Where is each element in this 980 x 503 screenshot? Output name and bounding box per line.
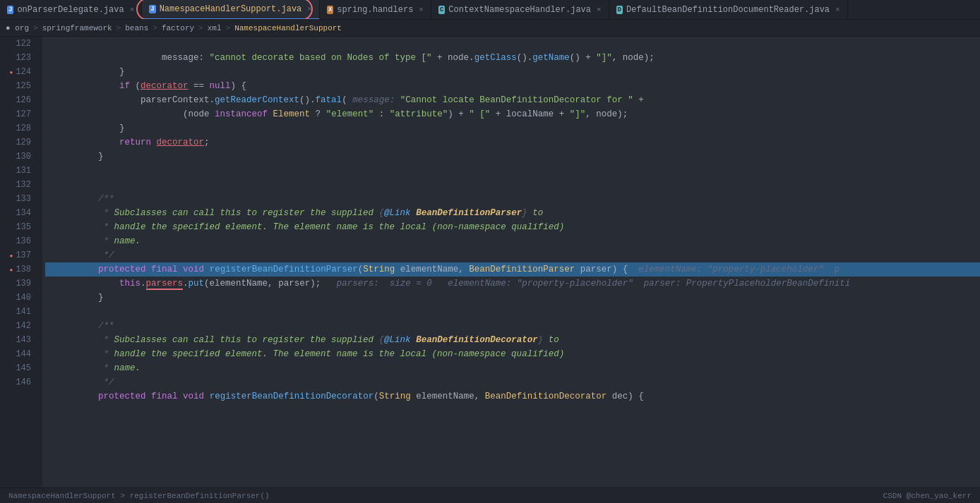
line-144: 144	[0, 347, 37, 361]
breadcrumb-factory[interactable]: factory	[162, 24, 194, 32]
breadcrumb-beans[interactable]: beans	[125, 24, 148, 32]
java-icon: J	[149, 5, 155, 13]
close-icon[interactable]: ×	[130, 6, 135, 14]
sep: >	[198, 24, 203, 32]
tab-label: onParserDelegate.java	[17, 5, 124, 15]
tab-label: ContextNamespaceHandler.java	[448, 5, 591, 15]
code-line-132: /**	[45, 178, 980, 192]
tab-defaultbeandefinition[interactable]: D DefaultBeanDefinitionDocumentReader.ja…	[609, 0, 848, 20]
line-124: 124	[0, 65, 37, 79]
code-line-124: if (decorator == null) {	[45, 65, 980, 79]
tab-label: NamespaceHandlerSupport.java	[160, 4, 302, 14]
line-127: 127	[0, 107, 37, 121]
status-breadcrumb: NamespaceHandlerSupport > registerBeanDe…	[8, 492, 270, 500]
tab-label: DefaultBeanDefinitionDocumentReader.java	[626, 5, 830, 15]
breadcrumb-namespacehandlersupport[interactable]: NamespaceHandlerSupport	[234, 24, 342, 32]
line-122: 122	[0, 37, 37, 51]
line-128: 128	[0, 121, 37, 135]
line-123: 123	[0, 51, 37, 65]
code-editor[interactable]: message: "cannot decorate based on Nodes…	[42, 37, 980, 487]
close-icon[interactable]: ×	[597, 6, 602, 14]
code-line-137: protected final void registerBeanDefinit…	[45, 248, 980, 262]
line-130: 130	[0, 150, 37, 164]
line-gutter: 122 123 124 125 126 127 128 129 130 131 …	[0, 37, 42, 487]
java-icon: J	[7, 6, 13, 14]
line-145: 145	[0, 361, 37, 375]
sep: >	[116, 24, 121, 32]
close-icon[interactable]: ×	[419, 6, 424, 14]
code-line-145: */	[45, 361, 980, 375]
status-left: NamespaceHandlerSupport > registerBeanDe…	[8, 492, 270, 500]
tab-namespacehandlersupport[interactable]: J NamespaceHandlerSupport.java ×	[142, 0, 320, 20]
line-142: 142	[0, 319, 37, 333]
line-138: 138	[0, 262, 37, 277]
line-131: 131	[0, 164, 37, 178]
sep: >	[226, 24, 231, 32]
code-line-136: */	[45, 234, 980, 248]
line-135: 135	[0, 220, 37, 234]
code-line-122: message: "cannot decorate based on Nodes…	[45, 37, 980, 51]
line-139: 139	[0, 277, 37, 291]
code-line-130	[45, 150, 980, 164]
line-146: 146	[0, 375, 37, 389]
breadcrumb-xml[interactable]: xml	[208, 24, 222, 32]
line-125: 125	[0, 79, 37, 93]
breadcrumb-org[interactable]: ● org	[6, 24, 29, 32]
code-line-133: * Subclasses can call this to register t…	[45, 192, 980, 206]
java-icon: D	[616, 6, 623, 14]
code-line-142: * Subclasses can call this to register t…	[45, 319, 980, 333]
code-line-140	[45, 291, 980, 305]
line-126: 126	[0, 93, 37, 107]
line-143: 143	[0, 333, 37, 347]
code-line-141: /**	[45, 305, 980, 319]
status-bar: NamespaceHandlerSupport > registerBeanDe…	[0, 487, 980, 503]
tab-contextnamespacehandler[interactable]: C ContextNamespaceHandler.java ×	[431, 0, 609, 20]
java-icon: C	[438, 6, 445, 14]
line-129: 129	[0, 135, 37, 150]
line-134: 134	[0, 206, 37, 220]
line-141: 141	[0, 305, 37, 319]
sep: >	[33, 24, 38, 32]
code-line-128: return decorator;	[45, 121, 980, 135]
breadcrumb-nav: ● org > springframework > beans > factor…	[0, 20, 980, 37]
code-line-131	[45, 164, 980, 178]
tab-springhandlers[interactable]: X spring.handlers ×	[320, 0, 431, 20]
close-icon[interactable]: ×	[307, 5, 312, 13]
line-136: 136	[0, 234, 37, 248]
status-right: CSDN @chen_yao_kerr	[883, 492, 972, 500]
editor-container: 122 123 124 125 126 127 128 129 130 131 …	[0, 37, 980, 487]
line-132: 132	[0, 178, 37, 192]
breadcrumb-springframework[interactable]: springframework	[42, 24, 112, 32]
tab-onparser[interactable]: J onParserDelegate.java ×	[0, 0, 142, 20]
sep: >	[153, 24, 157, 32]
tab-label: spring.handlers	[337, 5, 413, 15]
close-icon[interactable]: ×	[835, 6, 840, 14]
line-137: 137	[0, 248, 37, 262]
status-author: CSDN @chen_yao_kerr	[883, 492, 972, 500]
line-140: 140	[0, 291, 37, 305]
line-133: 133	[0, 192, 37, 206]
code-line-146: protected final void registerBeanDefinit…	[45, 375, 980, 389]
tab-bar: J onParserDelegate.java × J NamespaceHan…	[0, 0, 980, 20]
xml-icon: X	[327, 6, 333, 14]
